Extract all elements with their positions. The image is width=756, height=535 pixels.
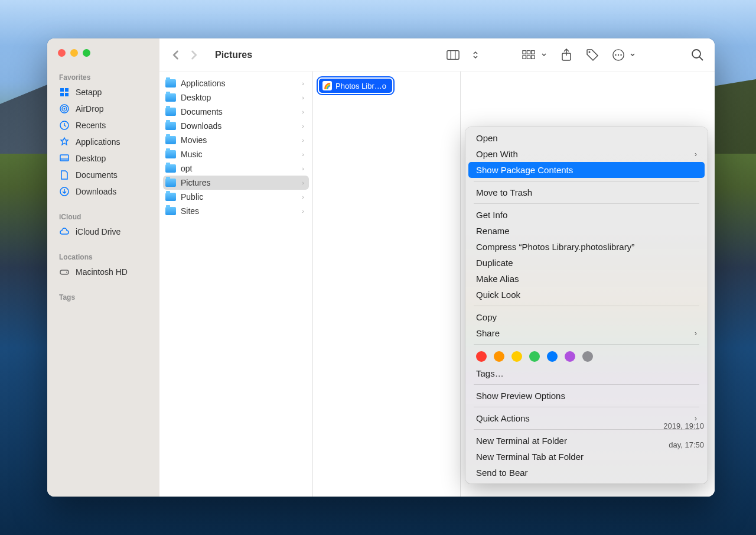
menu-item-label: Show Preview Options [476,391,565,401]
folder-label: Movies [181,135,207,145]
chevron-right-icon: › [695,329,697,338]
tags-button[interactable] [586,48,599,61]
clock-icon [59,120,70,131]
more-button[interactable] [612,48,625,61]
sidebar-header: Favorites [47,71,159,84]
more-chevron-icon[interactable] [630,48,636,61]
desktop-icon [59,153,70,164]
menu-item-label: Quick Actions [476,413,530,423]
sidebar-item-recents[interactable]: Recents [47,117,159,134]
menu-item-label: New Terminal at Folder [476,436,567,446]
menu-item-tags[interactable]: Tags… [465,365,708,381]
menu-item-label: Move to Trash [476,187,532,197]
doc-icon [59,170,70,180]
disk-icon [59,267,70,277]
preview-date: day, 17:50 [669,440,704,449]
menu-separator [474,384,699,385]
sidebar-item-applications[interactable]: Applications [47,134,159,150]
svg-rect-19 [523,55,526,59]
group-chevron-icon[interactable] [541,48,547,61]
forward-button[interactable] [188,49,200,61]
sidebar-item-icloud-drive[interactable]: iCloud Drive [47,223,159,240]
menu-item-new-terminal-tab-at-folder[interactable]: New Terminal Tab at Folder [465,449,708,465]
group-button[interactable] [522,48,535,61]
sidebar-item-label: Setapp [76,87,102,97]
folder-item-applications[interactable]: Applications› [159,76,312,90]
view-options-chevron-icon[interactable] [472,48,478,61]
chevron-right-icon: › [302,151,304,158]
folder-label: Downloads [181,121,221,131]
menu-item-open-with[interactable]: Open With› [465,146,708,162]
sidebar-item-setapp[interactable]: Setapp [47,84,159,100]
folder-icon [165,93,176,102]
setapp-icon [59,87,70,98]
tag-color[interactable] [529,351,540,362]
menu-item-move-to-trash[interactable]: Move to Trash [465,184,708,200]
chevron-right-icon: › [302,193,304,200]
menu-item-compress-photos-library-photoslibrary[interactable]: Compress “Photos Library.photoslibrary” [465,239,708,255]
tag-color[interactable] [494,351,504,362]
tag-color[interactable] [547,351,558,362]
svg-point-26 [618,54,619,55]
menu-item-send-to-bear[interactable]: Send to Bear [465,465,708,481]
folder-item-documents[interactable]: Documents› [159,105,312,119]
tag-color[interactable] [476,351,487,362]
folder-item-public[interactable]: Public› [159,190,312,204]
menu-item-label: Send to Bear [476,468,528,478]
folder-item-opt[interactable]: opt› [159,161,312,176]
svg-point-23 [589,51,591,53]
tag-color[interactable] [511,351,522,362]
menu-item-open[interactable]: Open [465,130,708,146]
share-button[interactable] [560,48,573,61]
svg-point-12 [66,272,67,273]
menu-item-show-preview-options[interactable]: Show Preview Options [465,388,708,404]
menu-item-label: Rename [476,226,510,236]
tag-color[interactable] [582,351,593,362]
sidebar-item-label: Desktop [76,154,106,163]
folder-item-pictures[interactable]: Pictures› [163,176,309,190]
folder-item-downloads[interactable]: Downloads› [159,119,312,133]
folder-item-movies[interactable]: Movies› [159,133,312,147]
sidebar-item-airdrop[interactable]: AirDrop [47,100,159,117]
search-button[interactable] [691,48,704,61]
menu-item-share[interactable]: Share› [465,325,708,341]
close-button[interactable] [58,49,66,57]
folder-item-sites[interactable]: Sites› [159,204,312,218]
menu-item-label: Compress “Photos Library.photoslibrary” [476,242,634,252]
svg-rect-20 [527,55,530,59]
maximize-button[interactable] [83,49,90,57]
sidebar-item-downloads[interactable]: Downloads [47,183,159,200]
menu-item-rename[interactable]: Rename [465,223,708,239]
tag-color[interactable] [565,351,575,362]
back-button[interactable] [170,49,182,61]
folder-column-2: 🌈 Photos Libr…o [313,72,461,497]
svg-rect-17 [527,50,530,54]
folder-item-desktop[interactable]: Desktop› [159,90,312,105]
view-columns-button[interactable] [447,48,460,61]
folder-icon [165,150,176,158]
folder-icon [165,179,176,187]
minimize-button[interactable] [70,49,78,57]
sidebar: FavoritesSetappAirDropRecentsApplication… [47,38,159,497]
menu-item-show-package-contents[interactable]: Show Package Contents [468,162,705,178]
menu-item-get-info[interactable]: Get Info [465,207,708,223]
sidebar-item-macintosh-hd[interactable]: Macintosh HD [47,264,159,280]
folder-label: opt [181,164,192,173]
menu-item-duplicate[interactable]: Duplicate [465,255,708,271]
folder-item-music[interactable]: Music› [159,147,312,161]
selected-file[interactable]: 🌈 Photos Libr…o [319,79,392,93]
sidebar-header: iCloud [47,210,159,223]
chevron-right-icon: › [695,150,697,158]
menu-item-quick-look[interactable]: Quick Look [465,287,708,303]
sidebar-item-desktop[interactable]: Desktop [47,150,159,167]
svg-rect-21 [532,55,535,59]
menu-item-make-alias[interactable]: Make Alias [465,271,708,287]
sidebar-item-documents[interactable]: Documents [47,167,159,183]
sidebar-header: Tags [47,291,159,304]
sidebar-item-label: iCloud Drive [76,227,120,236]
menu-separator [474,203,699,204]
svg-point-6 [64,108,66,110]
menu-item-copy[interactable]: Copy [465,309,708,325]
sidebar-item-label: Macintosh HD [76,267,128,277]
sidebar-item-label: Applications [76,137,120,147]
